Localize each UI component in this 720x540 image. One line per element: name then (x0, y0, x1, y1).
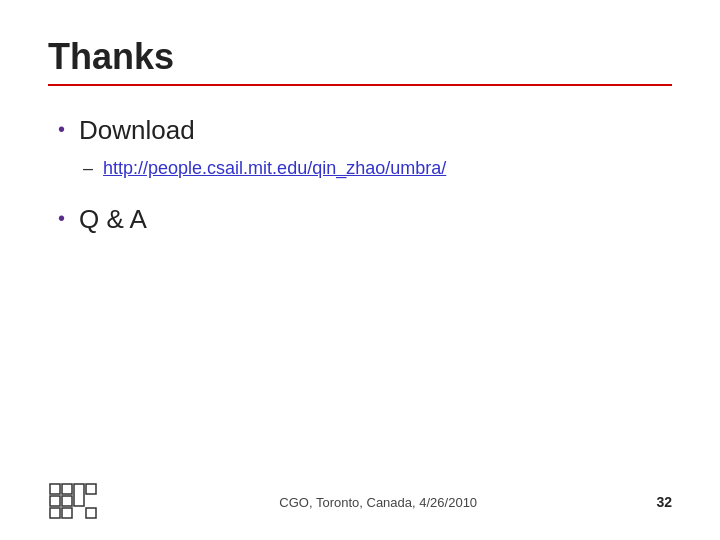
footer-page-number: 32 (656, 494, 672, 510)
sub-dash-download: – (83, 156, 93, 181)
bullet-content-download: Download – http://people.csail.mit.edu/q… (79, 114, 446, 181)
svg-rect-7 (86, 484, 96, 494)
svg-rect-0 (50, 484, 60, 494)
csail-logo: CSAIL (48, 482, 100, 522)
download-link[interactable]: http://people.csail.mit.edu/qin_zhao/umb… (103, 156, 446, 181)
svg-rect-2 (50, 496, 60, 506)
title-divider (48, 84, 672, 86)
bullet-label-download: Download (79, 115, 195, 145)
bullet-content-qa: Q & A (79, 203, 147, 237)
svg-rect-6 (74, 484, 84, 506)
bullet-dot-qa: • (58, 205, 65, 231)
footer-logo: CSAIL (48, 482, 100, 522)
sub-bullet-link: – http://people.csail.mit.edu/qin_zhao/u… (83, 156, 446, 181)
bullet-item-download: • Download – http://people.csail.mit.edu… (58, 114, 672, 181)
bullet-label-qa: Q & A (79, 204, 147, 234)
bullet-dot-download: • (58, 116, 65, 142)
footer-text: CGO, Toronto, Canada, 4/26/2010 (279, 495, 477, 510)
title-area: Thanks (48, 36, 672, 86)
svg-rect-4 (50, 508, 60, 518)
svg-rect-3 (62, 496, 72, 506)
content-area: • Download – http://people.csail.mit.edu… (48, 114, 672, 237)
svg-rect-5 (62, 508, 72, 518)
footer: CSAIL CGO, Toronto, Canada, 4/26/2010 32 (0, 482, 720, 522)
svg-rect-1 (62, 484, 72, 494)
svg-rect-8 (86, 508, 96, 518)
slide-title: Thanks (48, 36, 672, 78)
slide: Thanks • Download – http://people.csail.… (0, 0, 720, 540)
bullet-item-qa: • Q & A (58, 203, 672, 237)
